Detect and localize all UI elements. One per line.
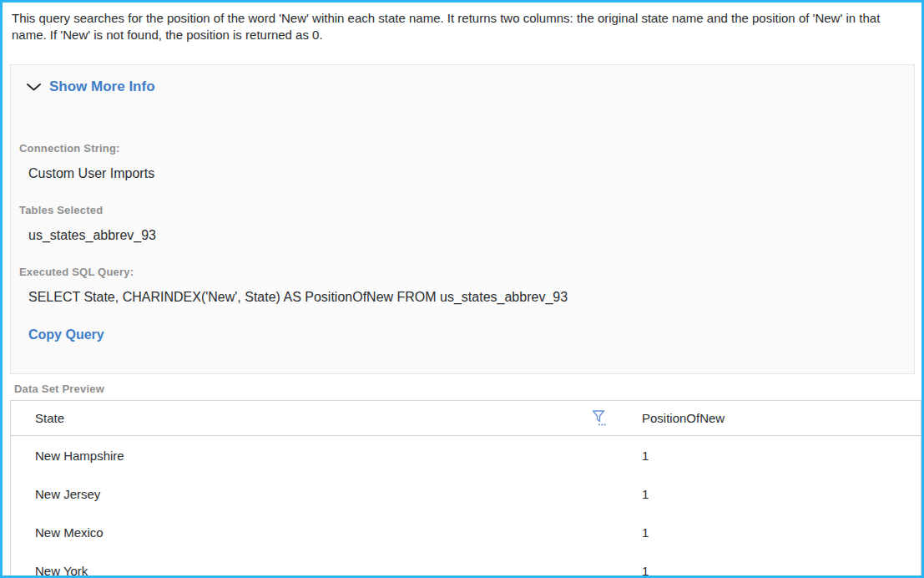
show-more-info-label: Show More Info: [49, 79, 155, 95]
table-row[interactable]: New Hampshire 1: [11, 436, 921, 474]
connection-string-field: Connection String: Custom User Imports: [19, 142, 914, 181]
column-header-positionofnew-cell: PositionOfNew: [632, 411, 725, 425]
table-row[interactable]: New Jersey 1: [11, 474, 921, 513]
tables-selected-label: Tables Selected: [19, 204, 914, 216]
state-cell: New Hampshire: [11, 449, 632, 463]
data-set-preview-label: Data Set Preview: [14, 383, 921, 395]
copy-query-button[interactable]: Copy Query: [28, 327, 104, 342]
table-row[interactable]: New Mexico 1: [11, 513, 921, 551]
executed-sql-label: Executed SQL Query:: [19, 266, 914, 278]
column-header-positionofnew[interactable]: PositionOfNew: [642, 411, 725, 425]
query-results-page: This query searches for the position of …: [0, 0, 924, 578]
data-preview-table: State PositionOfNew New Hampshire 1: [10, 400, 921, 578]
state-cell: New Mexico: [11, 525, 632, 540]
chevron-down-icon: [26, 83, 42, 92]
tables-selected-value: us_states_abbrev_93: [28, 228, 914, 243]
position-cell: 1: [632, 564, 649, 578]
table-header-row: State PositionOfNew: [11, 401, 921, 436]
filter-funnel-icon[interactable]: [591, 409, 607, 427]
position-cell: 1: [632, 449, 649, 463]
table-row[interactable]: New York 1: [11, 551, 921, 578]
connection-string-label: Connection String:: [19, 142, 914, 155]
position-cell: 1: [632, 487, 649, 501]
executed-sql-field: Executed SQL Query: SELECT State, CHARIN…: [19, 266, 914, 305]
query-description: This query searches for the position of …: [3, 3, 921, 43]
tables-selected-field: Tables Selected us_states_abbrev_93: [19, 204, 914, 243]
position-cell: 1: [632, 525, 649, 540]
executed-sql-value: SELECT State, CHARINDEX('New', State) AS…: [28, 290, 914, 305]
query-info-fields: Connection String: Custom User Imports T…: [11, 142, 914, 305]
state-cell: New York: [11, 564, 632, 578]
column-header-state[interactable]: State: [35, 411, 64, 425]
column-header-state-cell: State: [11, 409, 632, 427]
query-info-panel: Show More Info Connection String: Custom…: [10, 64, 915, 374]
show-more-info-toggle[interactable]: Show More Info: [11, 65, 155, 95]
state-cell: New Jersey: [11, 487, 632, 501]
connection-string-value: Custom User Imports: [28, 166, 914, 181]
